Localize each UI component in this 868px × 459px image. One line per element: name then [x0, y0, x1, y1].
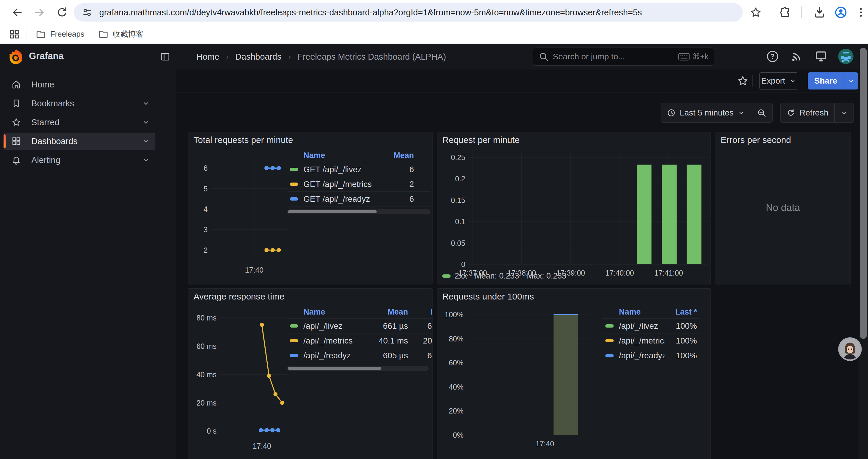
extensions-icon[interactable]: [778, 5, 793, 20]
folder-icon: [35, 29, 46, 40]
avg-response-chart[interactable]: 80 ms60 ms40 ms20 ms0 s17:40: [193, 304, 290, 453]
dashboards-grid-icon: [11, 136, 21, 146]
table-row[interactable]: /api/_/livez 100%: [602, 319, 700, 333]
svg-text:?: ?: [771, 53, 775, 60]
share-button[interactable]: Share: [808, 72, 844, 90]
kiosk-monitor-icon[interactable]: [814, 49, 829, 64]
share-button-group: Share: [808, 72, 858, 90]
clock-icon: [667, 108, 676, 117]
sidebar-item-dashboards[interactable]: Dashboards: [4, 133, 155, 150]
bookmark-folder-label: 收藏博客: [113, 29, 144, 39]
total-requests-chart[interactable]: 6543217:40: [193, 151, 290, 276]
export-button[interactable]: Export: [759, 72, 798, 90]
panel-title[interactable]: Request per minute: [442, 135, 520, 145]
download-icon[interactable]: [812, 5, 827, 20]
column-header-name[interactable]: Name: [602, 307, 664, 317]
chevron-down-icon[interactable]: [142, 137, 150, 145]
zoom-out-button[interactable]: [751, 103, 772, 122]
panel-request-per-minute: Request per minute 0.250.20.150.10.05017…: [437, 132, 711, 285]
search-input[interactable]: Search or jump to... ⌘+k: [533, 47, 714, 66]
panel-title[interactable]: Average response time: [193, 292, 284, 302]
column-header-last[interactable]: Last *: [664, 307, 700, 317]
profile-icon[interactable]: [833, 5, 848, 20]
bookmarks-bar: Freeleaps 收藏博客: [0, 25, 868, 44]
page-scrollbar[interactable]: [859, 44, 868, 459]
table-row[interactable]: GET /api/_/readyz 6: [287, 192, 430, 206]
url-bar[interactable]: grafana.mathmast.com/d/deytv4rwavabkb/fr…: [74, 3, 743, 22]
column-header-name[interactable]: Name: [287, 307, 370, 317]
table-row[interactable]: /api/_/readyz 605 µs 620 µs: [287, 348, 433, 363]
user-avatar[interactable]: [838, 49, 854, 64]
dashboard-content: Export Share Last 5 minutes Refre: [176, 69, 868, 459]
assistant-avatar[interactable]: [840, 339, 860, 359]
time-picker-group: Last 5 minutes: [660, 103, 773, 123]
dashboard-subheader: Export Share: [176, 69, 868, 93]
bookmark-star-icon[interactable]: [748, 5, 764, 20]
keyboard-icon: [678, 53, 689, 61]
site-settings-icon[interactable]: [82, 7, 93, 18]
series-name: /api/_/metrics: [303, 336, 370, 346]
bookmark-folder-freeleaps[interactable]: Freeleaps: [35, 29, 85, 40]
svg-text:4: 4: [204, 205, 208, 213]
breadcrumb-home[interactable]: Home: [196, 52, 219, 62]
reload-icon[interactable]: [54, 4, 70, 21]
time-range-picker[interactable]: Last 5 minutes: [661, 103, 751, 122]
table-row[interactable]: /api/_/livez 661 µs 646 µs: [287, 319, 433, 333]
column-header-name[interactable]: Name: [287, 151, 386, 160]
bookmark-folder-blogs[interactable]: 收藏博客: [98, 29, 144, 40]
breadcrumb-dashboards[interactable]: Dashboards: [235, 52, 281, 62]
panel-title[interactable]: Requests under 100ms: [442, 292, 534, 302]
forward-icon[interactable]: [31, 4, 48, 21]
sidebar-item-alerting[interactable]: Alerting: [4, 152, 155, 169]
chevron-down-icon[interactable]: [142, 99, 150, 107]
table-scrollbar[interactable]: [287, 366, 429, 371]
sidebar-toggle-icon[interactable]: [159, 52, 171, 63]
back-icon[interactable]: [9, 4, 25, 21]
legend-item-2xx[interactable]: 2xx: [442, 271, 467, 281]
column-header-mean[interactable]: Mean: [386, 151, 430, 160]
under-100ms-chart[interactable]: 100%80%60%40%20%0%17:40: [442, 302, 593, 451]
table-row[interactable]: GET /api/_/metrics 2: [287, 177, 430, 192]
legend-table-header: Name Mean: [287, 149, 430, 162]
sidebar-item-home[interactable]: Home: [4, 76, 155, 93]
series-mean: 6: [386, 194, 430, 204]
chevron-down-icon[interactable]: [142, 118, 150, 126]
svg-text:17:41:00: 17:41:00: [654, 269, 683, 277]
grafana-logo[interactable]: [8, 48, 24, 65]
rss-icon[interactable]: [789, 49, 804, 64]
browser-toolbar: grafana.mathmast.com/d/deytv4rwavabkb/fr…: [0, 0, 868, 25]
request-per-minute-chart[interactable]: 0.250.20.150.10.05017:37:0017:38:0017:39…: [442, 145, 709, 280]
breadcrumb-separator: ›: [226, 52, 229, 62]
sidebar-item-starred[interactable]: Starred: [4, 114, 155, 131]
browser-menu-icon[interactable]: [853, 5, 868, 20]
chevron-down-icon[interactable]: [142, 156, 150, 164]
refresh-button[interactable]: Refresh: [780, 103, 834, 122]
no-data-message: No data: [715, 202, 850, 213]
series-color-pill: [290, 339, 298, 342]
home-icon: [11, 79, 21, 90]
table-row[interactable]: GET /api/_/livez 6: [287, 162, 430, 177]
series-last: 20.5 ms: [411, 336, 433, 346]
svg-text:17:40: 17:40: [253, 442, 271, 450]
table-row[interactable]: /api/_/readyz 100%: [602, 348, 700, 363]
panel-title[interactable]: Errors per second: [720, 135, 791, 145]
panel-title[interactable]: Total requests per minute: [193, 135, 293, 145]
svg-text:0.25: 0.25: [451, 153, 465, 162]
panel-avg-response-time: Average response time 80 ms60 ms40 ms20 …: [188, 288, 433, 459]
column-header-last[interactable]: Last *: [411, 307, 433, 317]
favorite-star-icon[interactable]: [737, 75, 749, 88]
column-header-mean[interactable]: Mean: [370, 307, 411, 317]
table-row[interactable]: /api/_/metrics 100%: [602, 333, 700, 348]
table-scrollbar[interactable]: [287, 209, 430, 214]
scrollbar-thumb[interactable]: [860, 48, 867, 339]
table-row[interactable]: /api/_/metrics 40.1 ms 20.5 ms: [287, 333, 433, 348]
sidebar-item-bookmarks[interactable]: Bookmarks: [4, 95, 155, 112]
series-last: 646 µs: [411, 321, 433, 331]
share-menu-button[interactable]: [844, 72, 858, 90]
refresh-interval-button[interactable]: [835, 103, 854, 122]
chevron-down-icon: [848, 77, 855, 85]
help-icon[interactable]: ?: [765, 49, 780, 64]
apps-grid-icon[interactable]: [9, 29, 20, 40]
series-color-pill: [290, 183, 298, 186]
breadcrumb: Home › Dashboards › Freeleaps Metrics Da…: [196, 52, 446, 62]
